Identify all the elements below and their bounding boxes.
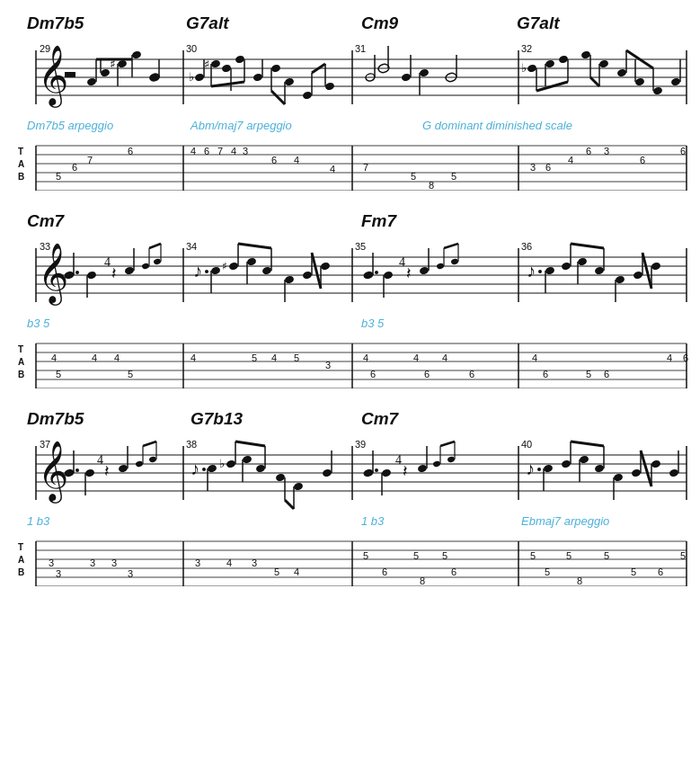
svg-point-286 bbox=[255, 464, 266, 473]
annotations-1: Dm7b5 arpeggio Abm/maj7 arpeggio G domin… bbox=[11, 115, 689, 135]
svg-point-318 bbox=[579, 455, 589, 464]
svg-text:Abm/maj7 arpeggio: Abm/maj7 arpeggio bbox=[190, 119, 292, 132]
svg-text:1   b3: 1 b3 bbox=[27, 514, 50, 528]
svg-text:6: 6 bbox=[424, 369, 430, 379]
svg-point-264 bbox=[75, 468, 79, 472]
svg-text:6: 6 bbox=[543, 369, 548, 379]
svg-text:B: B bbox=[18, 172, 24, 182]
svg-text:A: A bbox=[18, 357, 24, 367]
svg-line-208 bbox=[642, 253, 651, 289]
svg-point-43 bbox=[270, 64, 281, 73]
svg-point-41 bbox=[253, 73, 263, 82]
svg-text:4: 4 bbox=[92, 352, 97, 363]
svg-point-269 bbox=[118, 464, 128, 473]
page: Dm7b5 G7alt Cm9 G7alt 𝄞 29 bbox=[0, 0, 700, 611]
svg-point-179 bbox=[383, 271, 394, 280]
svg-text:4: 4 bbox=[51, 352, 57, 363]
svg-text:Cm7: Cm7 bbox=[361, 409, 400, 428]
svg-point-168 bbox=[284, 275, 295, 284]
svg-text:4: 4 bbox=[667, 352, 672, 363]
svg-text:5: 5 bbox=[274, 566, 279, 577]
svg-point-161 bbox=[228, 262, 239, 271]
svg-point-68 bbox=[545, 59, 555, 68]
svg-point-271 bbox=[135, 460, 143, 468]
svg-text:6: 6 bbox=[382, 566, 387, 577]
svg-text:39: 39 bbox=[355, 439, 366, 450]
svg-text:𝄽: 𝄽 bbox=[104, 466, 109, 476]
svg-text:6: 6 bbox=[72, 162, 77, 173]
svg-point-294 bbox=[322, 468, 332, 477]
svg-point-50 bbox=[324, 82, 335, 91]
svg-point-265 bbox=[84, 468, 95, 477]
svg-line-189 bbox=[444, 244, 458, 248]
svg-line-293 bbox=[285, 500, 294, 509]
svg-point-82 bbox=[652, 86, 663, 95]
svg-point-202 bbox=[615, 275, 625, 284]
svg-text:T: T bbox=[18, 344, 23, 354]
svg-text:8: 8 bbox=[429, 180, 434, 191]
svg-point-152 bbox=[153, 258, 161, 265]
svg-text:4: 4 bbox=[114, 352, 120, 363]
svg-point-150 bbox=[141, 263, 149, 270]
svg-text:3: 3 bbox=[49, 557, 54, 568]
svg-text:Dm7b5: Dm7b5 bbox=[27, 409, 84, 428]
svg-text:5: 5 bbox=[451, 171, 456, 182]
section-2: Cm7 Fm7 𝄞 33 4 bbox=[11, 207, 689, 388]
svg-point-325 bbox=[631, 468, 642, 477]
svg-text:♪: ♪ bbox=[191, 459, 199, 478]
svg-line-174 bbox=[312, 253, 321, 289]
svg-text:♭: ♭ bbox=[189, 70, 194, 84]
svg-point-299 bbox=[375, 468, 378, 472]
svg-text:5: 5 bbox=[294, 352, 299, 363]
svg-text:5: 5 bbox=[128, 369, 133, 379]
svg-text:4: 4 bbox=[330, 164, 335, 174]
svg-text:5: 5 bbox=[604, 550, 609, 561]
svg-text:5: 5 bbox=[363, 550, 368, 561]
svg-text:♭: ♭ bbox=[521, 61, 527, 75]
svg-text:T: T bbox=[18, 542, 23, 552]
svg-line-47 bbox=[271, 91, 285, 104]
svg-rect-16 bbox=[65, 72, 75, 77]
svg-text:G7alt: G7alt bbox=[186, 13, 229, 32]
svg-text:Cm9: Cm9 bbox=[361, 13, 399, 32]
svg-line-40 bbox=[211, 82, 244, 86]
svg-point-36 bbox=[221, 64, 232, 73]
svg-text:32: 32 bbox=[521, 43, 532, 54]
svg-text:6: 6 bbox=[370, 369, 376, 379]
svg-text:G dominant diminished scale: G dominant diminished scale bbox=[422, 119, 572, 132]
svg-line-201 bbox=[571, 244, 604, 248]
svg-point-143 bbox=[75, 271, 79, 274]
svg-text:♯: ♯ bbox=[222, 260, 227, 272]
svg-text:b3  5: b3 5 bbox=[27, 317, 50, 330]
svg-point-85 bbox=[670, 77, 681, 86]
svg-text:34: 34 bbox=[186, 241, 197, 252]
svg-text:Ebmaj7 arpeggio: Ebmaj7 arpeggio bbox=[521, 514, 609, 528]
svg-point-38 bbox=[235, 55, 245, 64]
svg-text:4: 4 bbox=[97, 453, 103, 467]
svg-point-185 bbox=[436, 263, 444, 270]
svg-text:𝄞: 𝄞 bbox=[38, 441, 68, 504]
svg-text:1   b3: 1 b3 bbox=[361, 514, 385, 528]
svg-point-320 bbox=[594, 464, 605, 473]
svg-point-279 bbox=[207, 464, 217, 473]
svg-point-183 bbox=[419, 266, 430, 275]
svg-text:4: 4 bbox=[226, 557, 232, 568]
svg-text:4: 4 bbox=[294, 566, 299, 577]
svg-text:B: B bbox=[18, 567, 24, 577]
svg-text:3: 3 bbox=[243, 146, 248, 156]
svg-text:𝄽: 𝄽 bbox=[111, 268, 116, 278]
svg-point-73 bbox=[580, 50, 591, 59]
svg-text:Dm7b5: Dm7b5 bbox=[27, 13, 84, 32]
svg-text:4: 4 bbox=[532, 352, 537, 363]
svg-point-192 bbox=[538, 270, 542, 273]
svg-text:6: 6 bbox=[128, 146, 133, 156]
svg-text:8: 8 bbox=[420, 575, 425, 586]
svg-text:♪: ♪ bbox=[527, 261, 536, 281]
svg-text:b3  5: b3 5 bbox=[361, 317, 385, 330]
svg-point-80 bbox=[634, 77, 645, 86]
chord-labels-1: Dm7b5 G7alt Cm9 G7alt bbox=[11, 9, 689, 34]
svg-text:37: 37 bbox=[40, 439, 50, 450]
svg-point-31 bbox=[194, 73, 205, 82]
svg-text:5: 5 bbox=[252, 352, 257, 363]
svg-text:6: 6 bbox=[658, 566, 663, 577]
